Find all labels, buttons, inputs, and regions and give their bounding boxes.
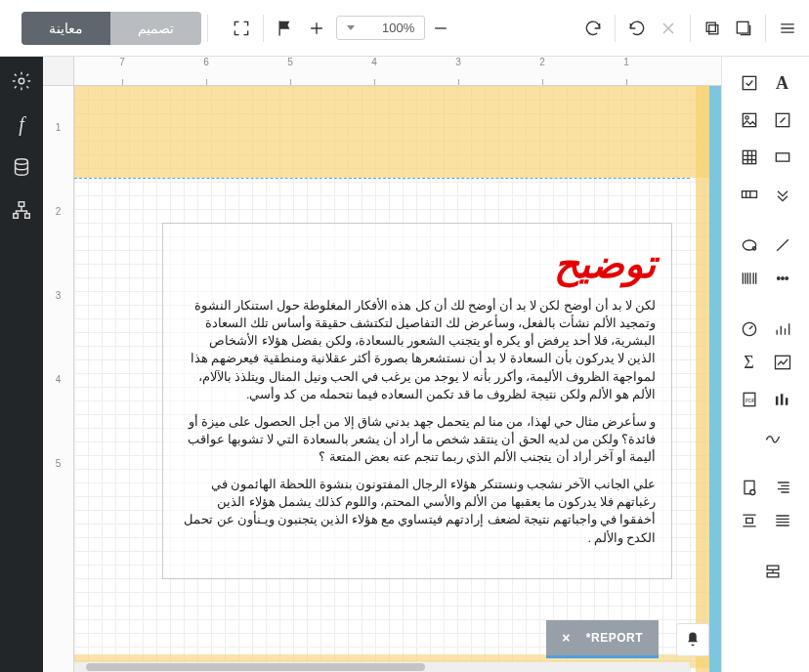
zoom-select[interactable]: 100% — [336, 16, 425, 40]
text-tool-icon[interactable]: A — [773, 73, 792, 93]
ruler-tick: 6 — [164, 57, 248, 85]
grid-tool-icon[interactable] — [740, 147, 759, 167]
text-frame[interactable]: توضيح لكن لا بد أن أوضح لكن لا بد أن أوض… — [162, 223, 672, 579]
ruler-tick: 2 — [43, 170, 73, 254]
palette-sidebar: A Σ PDF — [721, 57, 809, 672]
horizontal-scrollbar[interactable] — [74, 662, 690, 672]
top-toolbar: معاينة تصميم 100% — [0, 0, 809, 57]
svg-rect-1 — [706, 22, 715, 31]
horizontal-ruler: 7654321 — [74, 57, 721, 86]
ellipse-tool-icon[interactable] — [740, 235, 759, 255]
undo-icon[interactable] — [621, 13, 653, 44]
line-tool-icon[interactable] — [773, 235, 792, 255]
rectangle-tool-icon[interactable] — [773, 147, 792, 167]
left-sidebar: f — [0, 57, 43, 672]
image-tool-icon[interactable] — [740, 110, 759, 130]
svg-rect-5 — [19, 202, 24, 207]
svg-rect-13 — [776, 153, 788, 161]
svg-rect-8 — [743, 76, 755, 89]
ruler-tick: 5 — [43, 422, 73, 506]
ruler-corner — [43, 57, 74, 86]
dist-vertical-icon[interactable] — [740, 511, 759, 530]
sigma-tool-icon[interactable]: Σ — [740, 353, 759, 372]
close-tab-icon[interactable]: × — [562, 630, 571, 646]
band-right-gutter — [696, 86, 709, 672]
ruler-tick: 2 — [500, 57, 584, 85]
vertical-ruler: 12345 — [43, 86, 74, 672]
svg-rect-2 — [737, 21, 748, 33]
edit-tool-icon[interactable] — [773, 110, 792, 130]
align-right-icon[interactable] — [773, 478, 792, 497]
report-paragraph-3: علي الجانب الآخر نشجب ونستنكر هؤلاء الرج… — [179, 476, 656, 547]
ruler-tick: 3 — [43, 254, 73, 338]
report-paragraph-2: و سأعرض مثال حي لهذا، من منا لم يتحمل جه… — [179, 413, 656, 466]
svg-point-19 — [785, 277, 788, 280]
ruler-tick: 4 — [332, 57, 416, 85]
guide-line[interactable] — [74, 178, 690, 179]
svg-point-17 — [777, 277, 780, 280]
svg-point-4 — [16, 159, 28, 165]
svg-point-3 — [19, 78, 24, 84]
report-tab[interactable]: × *REPORT — [546, 620, 659, 658]
tab-preview[interactable]: معاينة — [21, 12, 110, 45]
settings-icon[interactable] — [11, 70, 32, 92]
signature-tool-icon[interactable] — [763, 427, 783, 446]
report-title: توضيح — [179, 241, 656, 287]
redo-icon[interactable] — [577, 13, 609, 44]
svg-rect-26 — [745, 519, 752, 524]
copy-icon[interactable] — [697, 13, 728, 44]
stacked-tool-icon[interactable] — [773, 390, 792, 409]
bell-icon — [683, 628, 703, 651]
mode-tabs: معاينة تصميم — [21, 12, 201, 45]
status-bar: × *REPORT — [546, 620, 709, 658]
svg-text:PDF: PDF — [745, 398, 754, 403]
linechart-tool-icon[interactable] — [773, 353, 792, 372]
dots-tool-icon[interactable] — [773, 269, 792, 288]
svg-rect-27 — [767, 566, 779, 569]
svg-rect-7 — [25, 214, 30, 219]
svg-rect-0 — [709, 24, 718, 33]
ruler-tick: 1 — [584, 57, 668, 85]
svg-point-18 — [781, 277, 784, 280]
section-tool-icon[interactable] — [763, 562, 783, 581]
checkbox-tool-icon[interactable] — [740, 73, 759, 93]
page-surface[interactable]: topMarginBand توضيح لكن لا بد أن أوضح لك… — [74, 86, 721, 672]
page-tool-icon[interactable] — [740, 478, 759, 497]
ruler-tick: 5 — [248, 57, 332, 85]
gauge-tool-icon[interactable] — [740, 319, 759, 339]
add-icon[interactable] — [301, 13, 332, 44]
svg-rect-9 — [743, 113, 755, 126]
function-icon[interactable]: f — [11, 113, 32, 135]
band-top-margin — [74, 86, 721, 178]
svg-point-15 — [743, 240, 755, 250]
flag-icon[interactable] — [270, 13, 301, 44]
report-paragraph-1: لكن لا بد أن أوضح لكن لا بد أن أوضح لك أ… — [179, 297, 656, 403]
zoom-value: 100% — [382, 21, 414, 35]
ruler-tick: 4 — [43, 338, 73, 422]
svg-rect-14 — [742, 191, 756, 198]
chevrons-icon[interactable] — [773, 185, 792, 204]
svg-point-25 — [749, 490, 754, 495]
database-icon[interactable] — [11, 156, 32, 178]
duplicate-icon[interactable] — [728, 13, 759, 44]
align-justify-icon[interactable] — [773, 511, 792, 530]
ruler-tick: 3 — [416, 57, 500, 85]
zoom-out-icon[interactable] — [425, 13, 456, 44]
svg-rect-12 — [743, 150, 755, 163]
tab-design[interactable]: تصميم — [110, 12, 201, 45]
textfield-tool-icon[interactable] — [740, 185, 759, 204]
bars-tool-icon[interactable] — [773, 319, 792, 339]
menu-icon[interactable] — [772, 13, 803, 44]
design-canvas: 7654321 12345 topMarginBand توضيح لكن لا… — [43, 57, 721, 672]
pdf-tool-icon[interactable]: PDF — [740, 390, 759, 409]
chevron-down-icon — [347, 25, 355, 30]
fullscreen-icon[interactable] — [226, 13, 257, 44]
close-icon[interactable] — [653, 13, 684, 44]
ruler-tick: 1 — [43, 86, 73, 170]
report-tab-label: *REPORT — [586, 631, 643, 645]
scrollbar-thumb[interactable] — [86, 663, 425, 671]
band-right-ruler — [709, 86, 721, 672]
notifications-button[interactable] — [676, 623, 709, 656]
structure-icon[interactable] — [11, 199, 32, 221]
barcode-tool-icon[interactable] — [740, 269, 759, 288]
